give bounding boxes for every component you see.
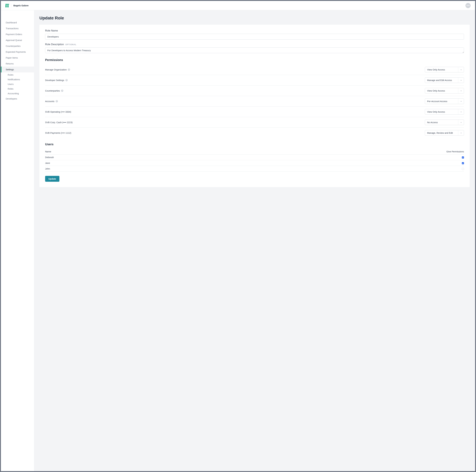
permission-select[interactable]: View Only Access — [425, 88, 464, 93]
chevron-down-icon — [458, 99, 464, 104]
sidebar-item-payment-orders[interactable]: Payment Orders — [1, 31, 34, 37]
sidebar-item-paper-items[interactable]: Paper Items — [1, 55, 34, 61]
chevron-down-icon — [458, 67, 464, 72]
optional-tag: OPTIONAL — [66, 43, 77, 46]
page-title: Update Role — [39, 16, 470, 20]
permission-select-value: View Only Access — [425, 67, 458, 72]
permission-row: Developer Settings?Manage and Edit Acces… — [45, 75, 464, 86]
permission-select[interactable]: Per-Account Access — [425, 98, 464, 104]
users-heading: Users — [45, 143, 464, 146]
sidebar: Dashboard Transactions Payment Orders Ap… — [1, 10, 34, 471]
role-name-label: Role Name — [45, 29, 464, 32]
chevron-down-icon — [458, 109, 464, 114]
permission-row: Manage Organization?View Only Access — [45, 64, 464, 75]
sidebar-sub-accounting[interactable]: Accounting — [1, 91, 34, 96]
permission-row: Accounts?Per-Account Access — [45, 96, 464, 107]
main-content: Update Role Role Name Role Description O… — [34, 10, 475, 471]
role-description-label: Role Description — [45, 43, 64, 46]
org-name[interactable]: Bagels Galore — [13, 4, 29, 7]
logo-icon[interactable] — [5, 4, 9, 7]
chevron-down-icon — [458, 88, 464, 93]
permission-label: SVB Corp. Cash (•••• 2223) — [45, 121, 73, 124]
permission-select-value: Manage, Review and Edit — [425, 130, 458, 135]
sidebar-sub-users[interactable]: Users — [1, 82, 34, 86]
user-name-cell: Deborah — [45, 154, 184, 160]
help-icon[interactable]: ? — [66, 79, 68, 81]
chevron-down-icon — [458, 130, 464, 135]
form-card: Role Name Role Description OPTIONAL Perm… — [39, 25, 470, 187]
permission-label: Manage Organization — [45, 68, 67, 71]
give-permissions-checkbox[interactable] — [462, 156, 464, 159]
users-col-give: Give Permissions — [184, 149, 464, 154]
update-button[interactable]: Update — [45, 176, 59, 182]
header-divider — [11, 3, 11, 8]
users-col-name: Name — [45, 149, 184, 154]
app-header: Bagels Galore MM — [1, 1, 475, 10]
permission-row: SVB Operating (•••• 3334)View Only Acces… — [45, 107, 464, 117]
sidebar-item-developers[interactable]: Developers — [1, 96, 34, 102]
sidebar-item-approval-queue[interactable]: Approval Queue — [1, 37, 34, 43]
chevron-down-icon — [458, 77, 464, 83]
permission-select-value: No Access — [425, 120, 458, 125]
permission-select[interactable]: Manage, Review and Edit — [425, 130, 464, 136]
sidebar-item-expected-payments[interactable]: Expected Payments — [1, 49, 34, 55]
permission-label: Developer Settings — [45, 79, 64, 81]
permission-select-value: Per-Account Access — [425, 99, 458, 104]
permission-select-value: Manage and Edit Access — [425, 77, 458, 83]
give-permissions-checkbox[interactable] — [462, 168, 464, 170]
chevron-down-icon — [458, 120, 464, 125]
table-row: Jane — [45, 160, 464, 166]
permission-row: Counterparties?View Only Access — [45, 86, 464, 96]
table-row: Deborah — [45, 154, 464, 160]
sidebar-item-settings[interactable]: Settings — [1, 67, 34, 73]
permission-select-value: View Only Access — [425, 109, 458, 114]
table-row: John — [45, 166, 464, 172]
users-table: Name Give Permissions DeborahJaneJohn — [45, 149, 464, 172]
sidebar-sub-rules[interactable]: Rules — [1, 73, 34, 77]
permission-row: SVB Corp. Cash (•••• 2223)No Access — [45, 117, 464, 128]
sidebar-sub-notifications[interactable]: Notifications — [1, 77, 34, 82]
give-permissions-checkbox[interactable] — [462, 162, 464, 164]
role-name-input[interactable] — [45, 34, 464, 40]
sidebar-item-returns[interactable]: Returns — [1, 61, 34, 67]
permission-label: SVB Operating (•••• 3334) — [45, 110, 71, 113]
permissions-heading: Permissions — [45, 58, 464, 62]
sidebar-item-counterparties[interactable]: Counterparties — [1, 43, 34, 49]
help-icon[interactable]: ? — [61, 90, 63, 92]
sidebar-item-transactions[interactable]: Transactions — [1, 25, 34, 31]
permission-row: SVB Payments (•••• 1112)Manage, Review a… — [45, 128, 464, 138]
help-icon[interactable]: ? — [56, 100, 58, 102]
user-name-cell: John — [45, 166, 184, 172]
permission-select[interactable]: View Only Access — [425, 67, 464, 73]
permission-select-value: View Only Access — [425, 88, 458, 93]
permission-select[interactable]: No Access — [425, 120, 464, 125]
user-name-cell: Jane — [45, 160, 184, 166]
help-icon[interactable]: ? — [68, 69, 70, 71]
permission-select[interactable]: View Only Access — [425, 109, 464, 115]
permission-label: SVB Payments (•••• 1112) — [45, 132, 71, 134]
sidebar-sub-roles[interactable]: Roles — [1, 86, 34, 91]
permission-select[interactable]: Manage and Edit Access — [425, 77, 464, 83]
sidebar-item-dashboard[interactable]: Dashboard — [1, 19, 34, 25]
avatar[interactable]: MM — [465, 3, 471, 8]
role-description-input[interactable] — [45, 47, 464, 53]
permission-label: Counterparties — [45, 90, 60, 92]
permission-label: Accounts — [45, 100, 54, 103]
